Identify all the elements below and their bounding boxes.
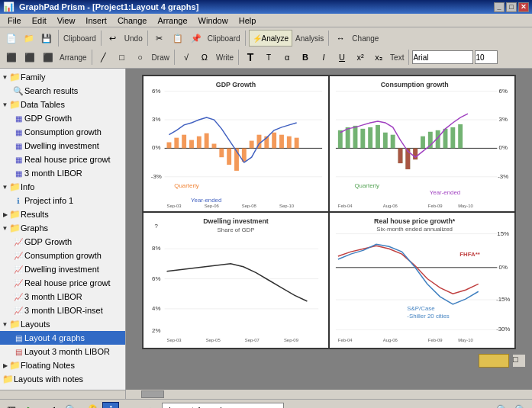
arrange-btn1[interactable]: ⬛	[3, 49, 20, 66]
bottom-controls: □	[132, 354, 526, 368]
text-T-btn[interactable]: T	[242, 49, 259, 66]
svg-rect-58	[398, 148, 403, 163]
sidebar-item-project-info[interactable]: ℹ Project info 1	[0, 194, 125, 207]
project-info-label: Project info 1	[24, 196, 73, 205]
sidebar-item-consumption[interactable]: ▦ Consumption growth	[0, 125, 125, 139]
search-btn[interactable]: 🔍	[63, 402, 79, 409]
graphs-label: Graphs	[21, 223, 48, 233]
cut-btn[interactable]: ✂	[151, 30, 168, 47]
layouts-notes-label: Layouts with notes	[14, 374, 83, 384]
svg-text:15%: 15%	[497, 230, 509, 237]
svg-text:6%: 6%	[152, 88, 160, 95]
sidebar-item-gdp-graph[interactable]: 📈 GDP Growth	[0, 235, 125, 249]
svg-rect-12	[197, 137, 202, 149]
svg-text:-30%: -30%	[496, 326, 510, 333]
sidebar-item-libor-graph[interactable]: 📈 3 month LIBOR	[0, 290, 125, 304]
sidebar-scrollbar[interactable]	[0, 390, 126, 399]
undo-btn[interactable]: ↩	[105, 30, 121, 47]
sidebar-item-layout4[interactable]: ▤ Layout 4 graphs	[0, 331, 125, 345]
sidebar-item-floating[interactable]: ▶ 📁 Floating Notes	[0, 358, 125, 372]
scroll-thumb[interactable]	[141, 390, 164, 398]
arrange-btn3[interactable]: ⬛	[40, 49, 56, 66]
analyze-icon-btn[interactable]: ⚡ Analyze	[249, 30, 293, 47]
omega-btn[interactable]: Ω	[196, 49, 213, 66]
italic-btn[interactable]: I	[315, 49, 332, 66]
sidebar-item-search[interactable]: 🔍 Search results	[0, 84, 125, 98]
sidebar-item-layouts-notes[interactable]: 📁 Layouts with notes	[0, 372, 125, 386]
folder-icon: 📁	[8, 359, 21, 371]
sidebar-item-data-tables[interactable]: ▼ 📁 Data Tables	[0, 98, 125, 111]
sidebar-item-graphs[interactable]: ▼ 📁 Graphs	[0, 221, 125, 235]
font-input[interactable]	[412, 50, 473, 64]
sidebar-item-layouts[interactable]: ▼ 📁 Layouts	[0, 317, 125, 331]
svg-text:Sep-07: Sep-07	[245, 338, 260, 342]
minimize-btn[interactable]: _	[494, 2, 505, 12]
sidebar-item-info[interactable]: ▼ 📁 Info	[0, 180, 125, 194]
subscript-btn[interactable]: x₂	[370, 49, 387, 66]
list-btn[interactable]: ≡	[122, 402, 139, 409]
sidebar-item-dwelling-graph[interactable]: 📈 Dwelling investment	[0, 262, 125, 276]
svg-rect-14	[212, 144, 217, 149]
graph-icon: 📈	[12, 249, 24, 262]
svg-text:Feb-04: Feb-04	[338, 338, 353, 342]
svg-text:2%: 2%	[152, 327, 160, 334]
sidebar-item-family[interactable]: ▼ 📁 Family	[0, 70, 125, 84]
copy-btn[interactable]: 📋	[169, 30, 186, 47]
save-btn[interactable]: 💾	[38, 30, 55, 47]
draw-btn3[interactable]: ○	[132, 49, 149, 66]
sqrt-btn[interactable]: √	[178, 49, 195, 66]
sidebar-item-dwelling[interactable]: ▦ Dwelling investment	[0, 139, 125, 153]
draw-btn2[interactable]: □	[114, 49, 131, 66]
text-alpha-btn[interactable]: α	[279, 49, 295, 66]
lock-btn[interactable]: 🔑	[82, 402, 99, 409]
menu-insert[interactable]: Insert	[81, 15, 111, 26]
restore-btn[interactable]: □	[506, 2, 517, 12]
play-btn[interactable]: ▶	[23, 402, 40, 409]
menu-file[interactable]: File	[3, 15, 26, 26]
text-t-btn[interactable]: T	[260, 49, 277, 66]
gold-box-1[interactable]	[479, 354, 509, 368]
change-btn[interactable]: ↔	[332, 30, 349, 47]
svg-rect-22	[272, 133, 276, 149]
open-btn[interactable]: 📁	[21, 30, 37, 47]
sidebar-item-libor-inset-graph[interactable]: 📈 3 month LIBOR-inset	[0, 304, 125, 317]
menu-change[interactable]: Change	[113, 15, 152, 26]
layout-dropdown[interactable]: Layout 4 graphs Layout 3 month LIBOR	[162, 403, 284, 409]
font-size-input[interactable]	[475, 50, 498, 64]
new-sheet-btn[interactable]: ▦	[3, 402, 20, 409]
zoom-in-btn[interactable]: 🔍	[512, 402, 529, 409]
svg-text:Consumption growth: Consumption growth	[381, 81, 449, 88]
svg-text:-15%: -15%	[496, 296, 510, 303]
sidebar-item-libor[interactable]: ▦ 3 month LIBOR	[0, 166, 125, 180]
sidebar-item-consumption-graph[interactable]: 📈 Consumption growth	[0, 249, 125, 262]
back-btn[interactable]: ◀	[43, 402, 60, 409]
sidebar-item-layout3[interactable]: ▤ Layout 3 month LIBOR	[0, 345, 125, 358]
content-scrollbar[interactable]	[126, 390, 532, 399]
superscript-btn[interactable]: x²	[352, 49, 369, 66]
menu-help[interactable]: Help	[234, 15, 261, 26]
arrange-btn2[interactable]: ⬛	[21, 49, 38, 66]
export-btn[interactable]: ↑	[142, 402, 159, 409]
sidebar-item-real-house-graph[interactable]: 📈 Real house price growt	[0, 276, 125, 290]
new-btn[interactable]: 📄	[3, 30, 20, 47]
svg-text:Dwelling investment: Dwelling investment	[203, 217, 269, 225]
menu-edit[interactable]: Edit	[27, 15, 51, 26]
bold-btn[interactable]: B	[297, 49, 314, 66]
zoom-out-btn[interactable]: 🔍	[494, 402, 511, 409]
underline-btn[interactable]: U	[334, 49, 350, 66]
info-label: Info	[21, 182, 34, 191]
menu-window[interactable]: Window	[194, 15, 233, 26]
svg-text:Quarterly: Quarterly	[174, 182, 198, 189]
menu-view[interactable]: View	[53, 15, 80, 26]
paste-btn[interactable]: 📌	[188, 30, 205, 47]
sidebar-item-real-house[interactable]: ▦ Real house price growt	[0, 153, 125, 166]
folder-icon: 📁	[8, 318, 21, 330]
content-area[interactable]: 6% 3% 0% -3%	[126, 69, 532, 390]
gold-box-2[interactable]: □	[512, 354, 526, 368]
close-btn[interactable]: ✕	[518, 2, 529, 12]
sidebar-item-results[interactable]: ▶ 📁 Results	[0, 207, 125, 221]
draw-btn1[interactable]: ╱	[95, 49, 112, 66]
menu-arrange[interactable]: Arrange	[153, 15, 192, 26]
info-btn[interactable]: ℹ	[102, 402, 119, 409]
sidebar-item-gdp-growth[interactable]: ▦ GDP Growth	[0, 111, 125, 125]
